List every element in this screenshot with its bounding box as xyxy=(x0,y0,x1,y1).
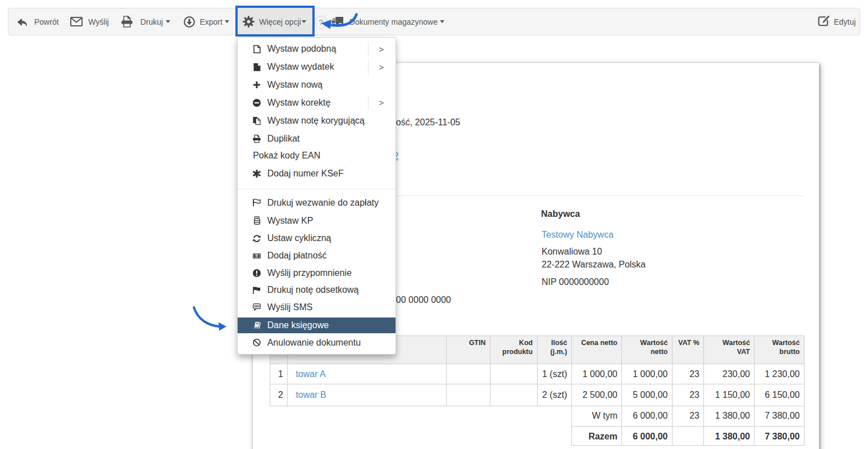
svg-text:0: 0 xyxy=(256,254,258,257)
svg-text:SMS: SMS xyxy=(254,305,260,308)
